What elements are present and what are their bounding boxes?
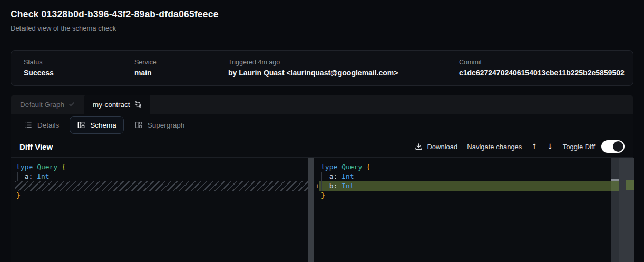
close-brace-token: } (16, 191, 21, 199)
keyword-token: type (16, 163, 33, 171)
tab-my-contract-label: my-contract (93, 101, 130, 109)
status-label: Status (24, 59, 54, 66)
service-value: main (134, 69, 157, 77)
tab-my-contract[interactable]: my-contract (84, 95, 150, 114)
added-change-mark (611, 181, 619, 191)
commit-value: c1dc62724702406154013cbe11b225b2e5859502 (459, 69, 625, 77)
keyword-token: type (321, 163, 337, 171)
previous-change-button[interactable]: ↑ (531, 142, 538, 151)
added-line-marker: + (314, 181, 321, 191)
arrow-up-icon: ↑ (531, 142, 538, 151)
tab-default-graph-label: Default Graph (20, 101, 64, 109)
meta-service: Service main (134, 59, 157, 77)
toggle-diff-knob (613, 141, 623, 152)
type-name-token: Query (341, 163, 362, 171)
download-button[interactable]: Download (415, 143, 457, 151)
field-token: a: (25, 172, 33, 180)
added-change-mark (626, 180, 634, 190)
tab-schema-label: Schema (90, 121, 116, 129)
tab-supergraph[interactable]: Supergraph (127, 116, 192, 134)
schema-diff-editor: + typeQuery{ a:Int } typeQuery{ a:Int b:… (11, 158, 633, 262)
triggered-label: Triggered 4m ago (228, 59, 398, 66)
diff-right-pane: typeQuery{ a:Int b:Int } (321, 162, 370, 200)
code-line-removed-gap (16, 181, 66, 191)
open-brace-token: { (366, 163, 370, 171)
panels-icon (77, 121, 85, 129)
graph-tabs-bar: Default Graph my-contract (11, 95, 633, 114)
code-line: a:Int (16, 172, 66, 181)
code-line: } (16, 191, 66, 200)
check-detail-card: Details Schema Supergraph Diff View (11, 114, 633, 262)
git-compare-icon (134, 101, 142, 108)
left-pane-scrollbar[interactable] (308, 158, 314, 262)
check-meta-card: Status Success Service main Triggered 4m… (11, 50, 633, 86)
right-pane-scrollbar[interactable] (611, 158, 619, 262)
scalar-token: Int (37, 172, 49, 180)
page-subtitle: Detailed view of the schema check (11, 24, 219, 32)
status-value: Success (24, 69, 54, 77)
download-icon (415, 143, 423, 151)
field-token: a: (329, 172, 338, 180)
scalar-token: Int (341, 172, 354, 180)
arrow-down-icon: ↓ (547, 142, 553, 151)
tab-schema[interactable]: Schema (70, 116, 124, 134)
open-brace-token: { (62, 163, 66, 171)
type-name-token: Query (37, 163, 57, 171)
list-icon (24, 121, 33, 130)
diff-left-pane: typeQuery{ a:Int } (16, 162, 66, 200)
tab-supergraph-label: Supergraph (148, 121, 185, 129)
triggered-value: by Laurin Quast <laurinquast@googlemail.… (228, 69, 398, 77)
toggle-diff-switch[interactable] (601, 140, 625, 153)
meta-commit: Commit c1dc62724702406154013cbe11b225b2e… (459, 59, 625, 77)
diff-header: Diff View Download Navigate changes ↑ ↓ … (11, 136, 633, 158)
scalar-token: Int (341, 182, 354, 190)
check-icon (69, 101, 75, 108)
toggle-diff-label: Toggle Diff (563, 143, 595, 151)
field-token: b: (329, 182, 338, 190)
view-tabs-bar: Details Schema Supergraph (11, 114, 633, 136)
navigate-changes-label: Navigate changes (467, 143, 522, 151)
service-label: Service (134, 59, 157, 66)
tab-details[interactable]: Details (16, 116, 66, 134)
code-line: typeQuery{ (16, 162, 66, 172)
commit-label: Commit (459, 59, 625, 66)
diff-overview-ruler[interactable] (619, 158, 634, 262)
meta-triggered: Triggered 4m ago by Laurin Quast <laurin… (228, 59, 398, 77)
code-line: } (321, 191, 370, 200)
page-header: Check 01328b0d-b396-43f2-89ab-dfda065fee… (11, 9, 219, 32)
code-line: a:Int (321, 172, 370, 181)
next-change-button[interactable]: ↓ (547, 142, 553, 151)
diff-view-title: Diff View (19, 142, 53, 151)
download-label: Download (427, 143, 457, 151)
navigate-changes-button[interactable]: Navigate changes (467, 143, 522, 151)
page-title: Check 01328b0d-b396-43f2-89ab-dfda065fee… (11, 9, 219, 20)
tab-details-label: Details (37, 121, 59, 129)
tab-default-graph[interactable]: Default Graph (11, 95, 84, 114)
code-line: typeQuery{ (321, 162, 370, 172)
code-line-added: b:Int (321, 181, 370, 191)
panels-icon (134, 121, 143, 129)
meta-status: Status Success (24, 59, 54, 77)
diff-controls: Download Navigate changes ↑ ↓ Toggle Dif… (415, 140, 625, 153)
close-brace-token: } (321, 191, 325, 199)
